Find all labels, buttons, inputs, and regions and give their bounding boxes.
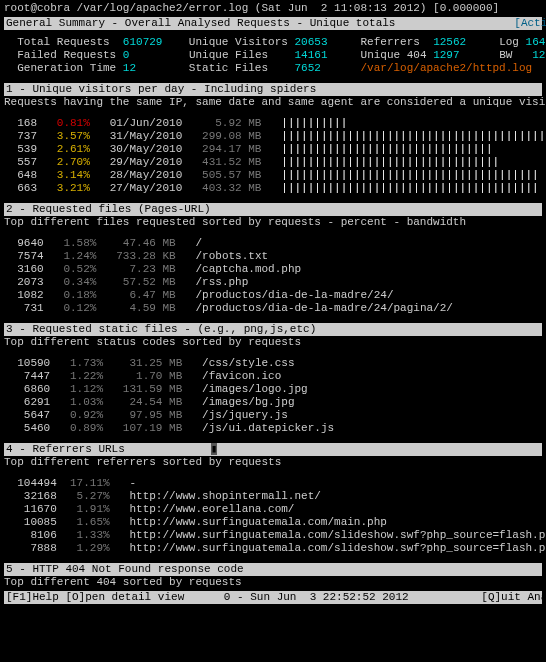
file-row[interactable]: 2073 0.34% 57.52 MB /rss.php [4, 276, 542, 289]
section-2-sub: Top different files requested sorted by … [4, 216, 542, 229]
visitors-row[interactable]: 648 3.14% 28/May/2010 505.57 MB ||||||||… [4, 169, 542, 182]
summary-row-3: Generation Time 12 Static Files 7652 /va… [4, 62, 542, 75]
referrer-row[interactable]: 11670 1.91% http://www.eorellana.com/ [4, 503, 542, 516]
summary-row-2: Failed Requests 0 Unique Files 14161 Uni… [4, 49, 542, 62]
section-5-sub: Top different 404 sorted by requests [4, 576, 542, 589]
section-2-header[interactable]: 2 - Requested files (Pages-URL) [4, 203, 542, 216]
static-row[interactable]: 7447 1.22% 1.70 MB /favicon.ico [4, 370, 542, 383]
section-4-sub: Top different referrers sorted by reques… [4, 456, 542, 469]
section-3-sub: Top different status codes sorted by req… [4, 336, 542, 349]
file-row[interactable]: 731 0.12% 4.59 MB /productos/dia-de-la-m… [4, 302, 542, 315]
referrer-row[interactable]: 7888 1.29% http://www.surfinguatemala.co… [4, 542, 542, 555]
section-3-header[interactable]: 3 - Requested static files - (e.g., png,… [4, 323, 542, 336]
file-row[interactable]: 3160 0.52% 7.23 MB /captcha.mod.php [4, 263, 542, 276]
visitors-row[interactable]: 557 2.70% 29/May/2010 431.52 MB ||||||||… [4, 156, 542, 169]
section-4-header[interactable]: 4 - Referrers URLs ▮ [4, 443, 542, 456]
referrer-row[interactable]: 32168 5.27% http://www.shopintermall.net… [4, 490, 542, 503]
file-row[interactable]: 1082 0.18% 6.47 MB /productos/dia-de-la-… [4, 289, 542, 302]
static-row[interactable]: 6860 1.12% 131.59 MB /images/logo.jpg [4, 383, 542, 396]
static-row[interactable]: 10590 1.73% 31.25 MB /css/style.css [4, 357, 542, 370]
referrer-row[interactable]: 104494 17.11% - [4, 477, 542, 490]
static-row[interactable]: 6291 1.03% 24.54 MB /images/bg.jpg [4, 396, 542, 409]
static-row[interactable]: 5460 0.89% 107.19 MB /js/ui.datepicker.j… [4, 422, 542, 435]
visitors-row[interactable]: 737 3.57% 31/May/2010 299.08 MB ||||||||… [4, 130, 542, 143]
summary-row-1: Total Requests 610729 Unique Visitors 20… [4, 36, 542, 49]
file-row[interactable]: 9640 1.58% 47.46 MB / [4, 237, 542, 250]
file-row[interactable]: 7574 1.24% 733.28 KB /robots.txt [4, 250, 542, 263]
referrer-row[interactable]: 10085 1.65% http://www.surfinguatemala.c… [4, 516, 542, 529]
title-bar: root@cobra /var/log/apache2/error.log (S… [4, 2, 542, 15]
section-1-sub: Requests having the same IP, same date a… [4, 96, 542, 109]
static-row[interactable]: 5647 0.92% 97.95 MB /js/jquery.js [4, 409, 542, 422]
visitors-row[interactable]: 539 2.61% 30/May/2010 294.17 MB ||||||||… [4, 143, 542, 156]
footer-bar: [F1]Help [O]pen detail view 0 - Sun Jun … [4, 591, 542, 604]
general-summary-header: General Summary - Overall Analysed Reque… [4, 17, 542, 30]
visitors-row[interactable]: 663 3.21% 27/May/2010 403.32 MB ||||||||… [4, 182, 542, 195]
section-5-header[interactable]: 5 - HTTP 404 Not Found response code [4, 563, 542, 576]
section-1-header[interactable]: 1 - Unique visitors per day - Including … [4, 83, 542, 96]
visitors-row[interactable]: 168 0.81% 01/Jun/2010 5.92 MB |||||||||| [4, 117, 542, 130]
referrer-row[interactable]: 8106 1.33% http://www.surfinguatemala.co… [4, 529, 542, 542]
